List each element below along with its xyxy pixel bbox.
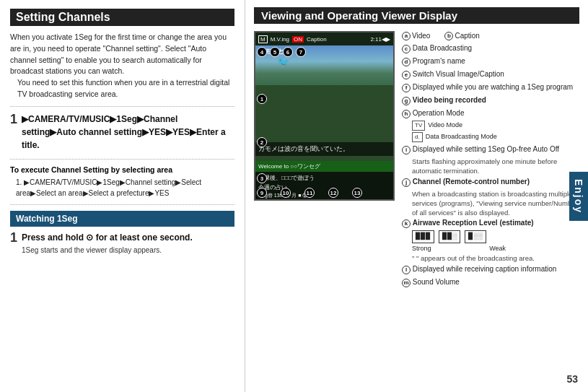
step1-content: ▶CAMERA/TV/MUSIC▶1Seg▶Channel setting▶Au… — [22, 113, 234, 152]
tv-screen-inner: M M.V.ing ON Caption 2:11◀▶ 🐦 カモメと海 — [255, 32, 393, 199]
tv-caption-area: カモメは波の音を聞いていた。 — [255, 142, 393, 156]
tv-bottom-row: 今週の占い — [258, 183, 390, 191]
section1-text: When you activate 1Seg for the first tim… — [10, 32, 234, 100]
desc-row-1: a Video b Caption — [402, 31, 579, 41]
desc-item-recording: g Video being recorded — [402, 95, 579, 105]
label-4: 4 — [257, 47, 267, 57]
desc-list: a Video b Caption c Data Broadcasting d — [402, 31, 579, 287]
desc-item-switch: e Switch Visual Image/Caption — [402, 69, 579, 79]
step1-main: ▶CAMERA/TV/MUSIC▶1Seg▶Channel setting▶Au… — [22, 113, 234, 152]
label-9: 9 — [257, 188, 267, 198]
execute-steps: 1. ▶CAMERA/TV/MUSIC▶1Seg▶Channel setting… — [16, 177, 234, 199]
channel-note: When a broadcasting station is broadcast… — [412, 189, 579, 218]
tv-screen-container: M M.V.ing ON Caption 2:11◀▶ 🐦 カモメと海 — [254, 31, 395, 289]
mode-data-label: Data Broadcasting Mode — [426, 132, 497, 142]
step2-sub: 1Seg starts and the viewer display appea… — [22, 245, 234, 256]
desc-item-caption: b Caption — [444, 31, 479, 41]
desc-item-program: d Program's name — [402, 56, 579, 66]
label-12: 12 — [328, 188, 338, 198]
desc-item-airwave: k Airwave Reception Level (estimate) — [402, 217, 579, 228]
desc-item-caption-recv: l Displayed while receiving caption info… — [402, 263, 579, 274]
section1-title: Setting Channels — [10, 9, 234, 26]
section1-bullet: You need to set this function when you a… — [17, 77, 234, 100]
signal-icon-strong: ▉▉▉ — [412, 230, 434, 243]
label-13: 13 — [352, 188, 362, 198]
signal-note: " " appears out of the broadcasting area… — [412, 253, 579, 263]
tv-top-right: 2:11◀▶ — [370, 36, 390, 43]
label-10: 10 — [281, 188, 291, 198]
desc-item-watching: f Displayed while you are watching a 1Se… — [402, 82, 579, 92]
left-panel: Setting Channels When you activate 1Seg … — [0, 0, 245, 392]
enjoy-tab: Enjoy — [569, 171, 588, 220]
divider1 — [10, 106, 234, 107]
tv-screen: M M.V.ing ON Caption 2:11◀▶ 🐦 カモメと海 — [254, 31, 395, 201]
tv-top-caption: Caption — [307, 36, 327, 43]
tv-top-label: M.V.ing — [271, 36, 289, 43]
signal-icon-mid: ▉▉░ — [439, 230, 460, 243]
step1-block: 1 ▶CAMERA/TV/MUSIC▶1Seg▶Channel setting▶… — [10, 113, 234, 152]
tv-top-left: M M.V.ing ON Caption — [258, 35, 327, 43]
signal-labels: Strong Weak — [412, 244, 506, 254]
mode-video-icon: TV — [412, 121, 425, 131]
desc-area: a Video b Caption c Data Broadcasting d — [402, 31, 579, 289]
mode-icons: TV Video Mode — [412, 121, 579, 131]
desc-item-opfree: i Displayed while setting 1Seg Op-free A… — [402, 144, 579, 154]
label-2: 2 — [257, 137, 267, 147]
desc-item-sound: m Sound Volume — [402, 276, 579, 287]
label-3: 3 — [257, 173, 267, 183]
mode-video-label: Video Mode — [428, 121, 462, 131]
step2-content: Press and hold ⊙ for at least one second… — [22, 231, 234, 256]
signal-icon-weak: ▉░░ — [465, 230, 486, 243]
step2-number: 1 — [10, 231, 17, 244]
step1-number: 1 — [10, 113, 17, 126]
signal-weak-label: Weak — [489, 244, 506, 254]
label-1: 1 — [257, 94, 267, 104]
mode-data-icon: d. — [412, 132, 423, 142]
desc-item-video: a Video — [402, 31, 430, 41]
divider2 — [10, 159, 234, 160]
step2-main: Press and hold ⊙ for at least one second… — [22, 231, 234, 244]
right-panel: Viewing and Operating Viewer Display M M… — [245, 0, 588, 392]
label-6: 6 — [283, 47, 293, 57]
divider3 — [10, 204, 234, 205]
mode-data-icons: d. Data Broadcasting Mode — [412, 132, 579, 142]
tv-top-on: ON — [292, 36, 304, 43]
desc-item-channel: j Channel (Remote-control number) — [402, 176, 579, 187]
right-title: Viewing and Operating Viewer Display — [254, 7, 579, 24]
label-5: 5 — [270, 47, 280, 57]
viewer-content: M M.V.ing ON Caption 2:11◀▶ 🐦 カモメと海 — [254, 31, 579, 289]
tv-bottom-bar: 放課後、□□□で遊ぼう 今週の占い Chg替 13h/1ヶ月 ■ ⑫◀ — [255, 172, 393, 199]
label-11: 11 — [304, 188, 315, 198]
desc-item-data: c Data Broadcasting — [402, 43, 579, 53]
tv-top-mode: M — [258, 35, 268, 43]
signal-strong-label: Strong — [412, 244, 431, 254]
desc-item-opmode: h Operation Mode — [402, 108, 579, 118]
tv-top-bar: M M.V.ing ON Caption 2:11◀▶ — [255, 32, 393, 45]
page-number: 53 — [566, 373, 578, 385]
to-execute-title: To execute Channel Setting by selecting … — [10, 165, 234, 174]
section2-title: Watching 1Seg — [10, 211, 234, 227]
step2-block: 1 Press and hold ⊙ for at least one seco… — [10, 231, 234, 256]
label-7: 7 — [296, 47, 306, 57]
opfree-note: Starts flashing approximately one minute… — [412, 157, 579, 176]
reception-icons: ▉▉▉ ▉▉░ ▉░░ — [412, 230, 579, 243]
tv-subtitle-bar: Welcome to ○○ワンセグ — [255, 161, 393, 172]
